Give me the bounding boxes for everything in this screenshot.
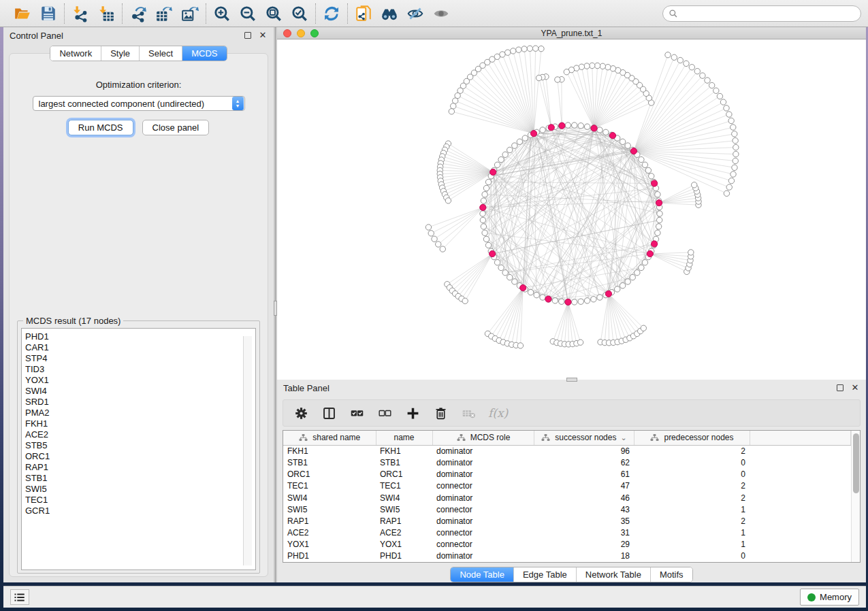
network-node[interactable] [483, 185, 489, 191]
network-node[interactable] [656, 224, 661, 229]
network-node[interactable] [709, 82, 714, 88]
table-cell[interactable]: 35 [534, 515, 634, 527]
table-cell[interactable]: 43 [534, 503, 634, 515]
result-list-item[interactable]: FKH1 [25, 418, 255, 429]
show-all-button[interactable] [432, 4, 451, 23]
network-node[interactable] [594, 63, 600, 68]
table-cell[interactable]: TEC1 [283, 480, 376, 492]
table-cell[interactable]: dominator [432, 457, 534, 469]
table-cell[interactable]: dominator [432, 492, 534, 503]
network-node[interactable] [517, 343, 523, 348]
network-node[interactable] [540, 295, 545, 300]
network-node[interactable] [507, 147, 513, 152]
table-cell[interactable] [750, 457, 850, 469]
hide-selected-button[interactable] [406, 4, 425, 23]
network-node[interactable] [516, 47, 521, 52]
network-node[interactable] [705, 78, 710, 83]
table-cell[interactable]: 31 [534, 527, 634, 538]
network-node[interactable] [432, 236, 437, 242]
float-table-panel-icon[interactable] [835, 383, 845, 393]
network-node[interactable] [630, 274, 635, 280]
network-node[interactable] [639, 156, 644, 162]
network-node[interactable] [656, 217, 662, 222]
network-node[interactable] [584, 63, 590, 69]
delete-table-button[interactable] [460, 405, 477, 421]
network-node[interactable] [591, 297, 596, 302]
table-cell[interactable]: 29 [534, 539, 634, 550]
table-cell[interactable]: RAP1 [283, 515, 376, 527]
table-cell[interactable]: dominator [432, 515, 534, 527]
network-window-titlebar[interactable]: YPA_prune.txt_1 [277, 27, 866, 39]
result-list-item[interactable]: SRD1 [25, 397, 255, 408]
table-cell[interactable]: ACE2 [283, 527, 376, 538]
network-node[interactable] [620, 139, 625, 144]
network-node[interactable] [521, 46, 527, 52]
result-list-item[interactable]: RAP1 [25, 462, 255, 473]
result-list-item[interactable]: ACE2 [25, 429, 255, 440]
table-cell[interactable]: connector [432, 480, 534, 492]
result-list-item[interactable]: CAR1 [25, 342, 255, 353]
network-node[interactable] [512, 279, 517, 284]
network-node[interactable] [584, 298, 590, 303]
network-node[interactable] [481, 198, 486, 203]
table-cell[interactable]: RAP1 [376, 515, 432, 527]
zoom-in-button[interactable] [212, 4, 231, 23]
table-cell[interactable]: dominator [432, 550, 534, 562]
network-node[interactable] [665, 52, 671, 57]
table-cell[interactable]: 2 [634, 492, 750, 503]
network-node[interactable] [641, 325, 646, 331]
table-row[interactable]: STB1STB1dominator620 [283, 457, 850, 469]
result-list-item[interactable]: GCR1 [25, 506, 255, 516]
network-node[interactable] [502, 152, 508, 157]
table-cell[interactable] [750, 515, 850, 527]
delete-button[interactable] [432, 405, 449, 421]
network-node-selected[interactable] [652, 180, 658, 186]
table-cell[interactable]: 46 [534, 492, 634, 503]
gear-button[interactable] [293, 405, 309, 421]
network-node[interactable] [436, 242, 441, 247]
optimization-criterion-select[interactable]: largest connected component (undirected)… [33, 96, 245, 111]
table-cell[interactable] [750, 539, 850, 550]
network-graph[interactable] [277, 39, 866, 380]
network-node[interactable] [671, 54, 677, 60]
memory-button[interactable]: Memory [800, 589, 859, 606]
network-node[interactable] [440, 246, 445, 252]
table-cell[interactable]: connector [432, 503, 534, 515]
network-node[interactable] [449, 109, 454, 114]
tab-style[interactable]: Style [101, 46, 140, 61]
network-node[interactable] [615, 286, 620, 292]
network-node[interactable] [605, 64, 611, 69]
network-node[interactable] [572, 299, 577, 305]
table-cell[interactable]: 1 [634, 527, 750, 538]
horizontal-splitter-handle[interactable] [566, 378, 577, 382]
result-list-item[interactable]: TEC1 [25, 495, 255, 506]
table-cell[interactable]: connector [432, 527, 534, 538]
close-panel-icon[interactable]: ✕ [258, 31, 268, 40]
network-node-selected[interactable] [530, 131, 536, 137]
table-cell[interactable] [750, 445, 850, 457]
import-table-button[interactable] [97, 4, 116, 23]
network-node[interactable] [655, 192, 660, 197]
tab-mcds[interactable]: MCDS [182, 46, 226, 61]
result-list-scrollbar[interactable] [243, 336, 252, 565]
network-node[interactable] [657, 211, 662, 216]
zoom-out-button[interactable] [238, 4, 257, 23]
network-node[interactable] [732, 131, 737, 137]
network-node[interactable] [502, 270, 508, 276]
result-list-item[interactable]: TID3 [25, 364, 255, 375]
network-node-selected[interactable] [489, 250, 496, 257]
result-list-item[interactable]: PMA2 [25, 408, 255, 418]
column-header-successor-nodes[interactable]: successor nodes⌄ [534, 431, 634, 445]
network-node-selected[interactable] [565, 299, 571, 305]
network-node[interactable] [428, 231, 434, 236]
network-node-selected[interactable] [605, 291, 611, 297]
folder-open-button[interactable] [13, 4, 32, 23]
table-cell[interactable]: dominator [432, 469, 534, 480]
table-cell[interactable]: FKH1 [376, 445, 432, 457]
network-node[interactable] [713, 88, 719, 93]
table-row[interactable]: PHD1PHD1dominator180 [283, 550, 850, 562]
network-node[interactable] [482, 230, 487, 235]
network-node-selected[interactable] [548, 125, 554, 131]
table-cell[interactable] [750, 492, 850, 503]
columns-button[interactable] [321, 405, 337, 421]
